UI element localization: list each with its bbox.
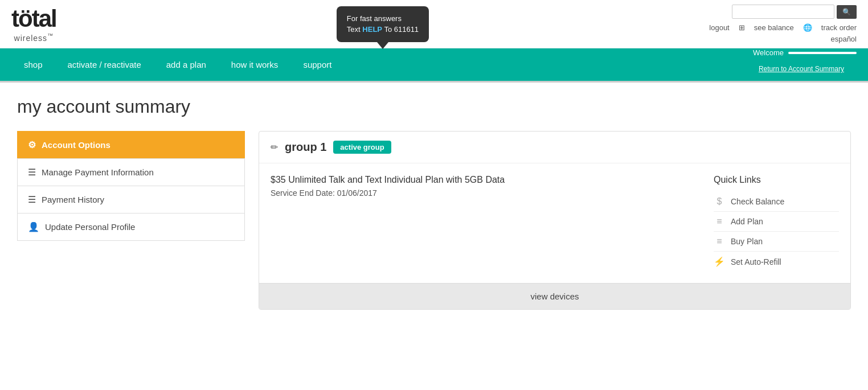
service-end: Service End Date: 01/06/2017	[271, 188, 702, 198]
sidebar-item-account-options[interactable]: ⚙ Account Options	[17, 131, 245, 158]
main-nav: shop activate / reactivate add a plan ho…	[0, 48, 868, 81]
check-balance-label: Check Balance	[731, 197, 784, 206]
card-icon-2: ☰	[28, 194, 36, 205]
search-input[interactable]	[732, 5, 834, 19]
logo-brand: tötal	[11, 5, 56, 32]
nav-how-it-works[interactable]: how it works	[219, 52, 291, 77]
top-bar: tötal wireless™ For fast answers Text HE…	[0, 0, 868, 48]
nav-add-plan[interactable]: add a plan	[154, 52, 219, 77]
see-balance-link[interactable]: see balance	[754, 23, 794, 32]
view-devices-bar[interactable]: view devices	[259, 283, 850, 309]
sidebar-item-payment-history[interactable]: ☰ Payment History	[17, 186, 245, 213]
quick-link-buy-plan[interactable]: ≡ Buy Plan	[714, 232, 839, 252]
page-title: my account summary	[17, 96, 851, 117]
group-name: group 1	[285, 141, 326, 154]
plan-name: $35 Unlimited Talk and Text Individual P…	[271, 175, 702, 185]
bubble-prefix: Text	[347, 25, 362, 34]
logo-sub: wireless™	[14, 32, 54, 43]
pencil-icon[interactable]: ✏	[271, 142, 278, 153]
bubble-highlight: HELP	[362, 25, 382, 34]
sidebar-item-manage-payment[interactable]: ☰ Manage Payment Information	[17, 158, 245, 186]
sidebar-label-update-profile: Update Personal Profile	[45, 222, 135, 232]
search-button[interactable]: 🔍	[837, 5, 857, 19]
top-links-row: logout ⊞ see balance 🌐 track order	[709, 23, 857, 32]
buy-plan-label: Buy Plan	[731, 237, 763, 246]
content-layout: ⚙ Account Options ☰ Manage Payment Infor…	[17, 131, 851, 310]
sidebar-label-account-options: Account Options	[42, 140, 110, 150]
service-end-label: Service End Date:	[271, 188, 335, 198]
group-header: ✏ group 1 active group	[259, 132, 850, 163]
sidebar: ⚙ Account Options ☰ Manage Payment Infor…	[17, 131, 245, 241]
set-auto-refill-label: Set Auto-Refill	[731, 257, 781, 266]
quick-links: Quick Links $ Check Balance ≡ Add Plan ≡…	[714, 175, 839, 272]
quick-link-check-balance[interactable]: $ Check Balance	[714, 192, 839, 212]
track-order-link[interactable]: track order	[821, 23, 857, 32]
sidebar-label-payment-history: Payment History	[42, 195, 104, 204]
sidebar-item-update-profile[interactable]: 👤 Update Personal Profile	[17, 213, 245, 241]
nav-right: Welcome Return to Account Summary	[746, 48, 857, 81]
logo: tötal wireless™	[11, 5, 56, 43]
quick-link-add-plan[interactable]: ≡ Add Plan	[714, 212, 839, 232]
welcome-row: Welcome	[753, 48, 857, 57]
plan-info: $35 Unlimited Talk and Text Individual P…	[271, 175, 702, 272]
page-content: my account summary ⚙ Account Options ☰ M…	[0, 83, 868, 323]
espanol-link[interactable]: español	[830, 35, 857, 43]
nav-items: shop activate / reactivate add a plan ho…	[11, 52, 746, 77]
return-link[interactable]: Return to Account Summary	[746, 57, 857, 81]
top-right-links: 🔍 logout ⊞ see balance 🌐 track order esp…	[709, 5, 857, 43]
globe-icon: 🌐	[803, 23, 812, 32]
nav-activate[interactable]: activate / reactivate	[55, 52, 154, 77]
group-card: ✏ group 1 active group $35 Unlimited Tal…	[259, 131, 851, 310]
logout-link[interactable]: logout	[709, 23, 729, 32]
see-balance-icon: ⊞	[739, 23, 745, 32]
person-icon: 👤	[28, 221, 39, 232]
group-body: $35 Unlimited Talk and Text Individual P…	[259, 163, 850, 283]
quick-link-set-auto-refill[interactable]: ⚡ Set Auto-Refill	[714, 252, 839, 272]
espanol-row: español	[830, 34, 857, 43]
list-icon-1: ≡	[714, 216, 725, 227]
active-badge: active group	[333, 141, 391, 154]
service-end-date: 01/06/2017	[337, 188, 377, 198]
add-plan-label: Add Plan	[731, 217, 763, 226]
quick-links-title: Quick Links	[714, 175, 839, 185]
list-icon-2: ≡	[714, 236, 725, 247]
sidebar-label-manage-payment: Manage Payment Information	[42, 167, 154, 177]
help-bubble: For fast answers Text HELP To 611611	[337, 6, 429, 42]
lightning-icon: ⚡	[714, 256, 725, 267]
nav-support[interactable]: support	[290, 52, 344, 77]
welcome-label: Welcome	[753, 48, 784, 57]
bubble-suffix: To 611611	[382, 25, 419, 34]
card-icon-1: ☰	[28, 167, 36, 178]
gear-icon: ⚙	[28, 139, 36, 150]
search-row: 🔍	[732, 5, 857, 19]
dollar-icon: $	[714, 196, 725, 207]
welcome-name	[788, 52, 857, 54]
bubble-line1: For fast answers	[347, 14, 402, 23]
nav-shop[interactable]: shop	[11, 52, 55, 77]
